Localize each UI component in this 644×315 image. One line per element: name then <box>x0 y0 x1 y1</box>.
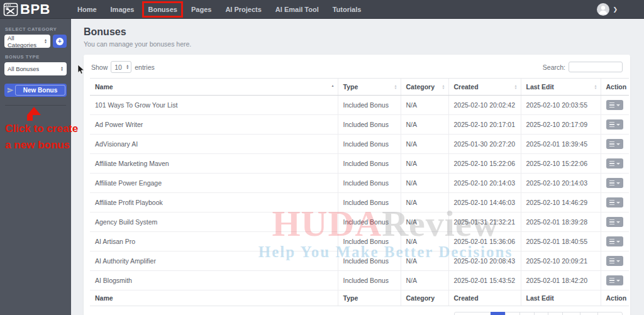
cell-last_edit: 2025-02-10 20:09:21 <box>521 251 601 271</box>
user-avatar[interactable] <box>597 3 609 16</box>
cell-type: Included Bonus <box>338 174 401 193</box>
cell-last_edit: 2025-02-10 20:17:09 <box>521 115 601 135</box>
nav-item-home[interactable]: Home <box>70 3 104 16</box>
row-action-menu-button[interactable] <box>606 139 623 149</box>
cell-category: N/A <box>401 213 448 232</box>
category-select[interactable]: All Categories ▲▼ <box>4 35 50 48</box>
top-navbar: BPB HomeImagesBonusesPagesAI ProjectsAI … <box>0 0 644 19</box>
nav-item-pages[interactable]: Pages <box>184 3 218 16</box>
cell-category: N/A <box>401 232 448 251</box>
menu-icon <box>609 102 614 108</box>
pagination-page-3[interactable]: 3 <box>519 312 535 315</box>
footer-header-last-edit: Last Edit <box>521 290 601 306</box>
table-header: Name▲▼Type▲▼Category▲▼Created▲▼Last Edit… <box>90 79 629 96</box>
show-label: Show <box>91 64 108 71</box>
cell-type: Included Bonus <box>338 96 401 115</box>
nav-item-tutorials[interactable]: Tutorials <box>326 3 369 16</box>
pagination-ellipsis[interactable]: … <box>562 312 580 315</box>
search-input[interactable] <box>569 62 623 72</box>
table-row: AI Authority AmplifierIncluded BonusN/A2… <box>90 251 629 271</box>
menu-icon <box>609 122 614 128</box>
cell-last_edit: 2025-02-01 18:40:55 <box>521 232 601 251</box>
nav-item-images[interactable]: Images <box>104 3 142 16</box>
cell-name: AI Blogsmith <box>90 271 338 290</box>
row-action-menu-button[interactable] <box>606 158 623 169</box>
cell-action <box>601 115 629 135</box>
footer-header-action: Action <box>601 290 629 306</box>
tutorial-annotation: Click to create a new bonus <box>4 107 67 153</box>
menu-icon <box>609 180 614 186</box>
paper-plane-icon <box>6 87 15 94</box>
cell-action <box>601 251 629 271</box>
cell-category: N/A <box>401 193 448 213</box>
menu-icon <box>609 239 614 245</box>
menu-icon <box>609 278 614 284</box>
bonus-type-select-value: All Bonuses <box>8 65 39 72</box>
row-action-menu-button[interactable] <box>606 178 623 188</box>
cell-action <box>601 135 629 154</box>
cell-action <box>601 193 629 213</box>
row-action-menu-button[interactable] <box>606 256 623 266</box>
row-action-menu-button[interactable] <box>606 236 623 246</box>
row-action-menu-button[interactable] <box>606 217 623 227</box>
annotation-text: Click to create a new bonus <box>5 121 67 153</box>
category-label: SELECT CATEGORY <box>5 26 67 32</box>
row-action-menu-button[interactable] <box>606 275 623 285</box>
bpb-logo-icon <box>3 3 18 16</box>
cell-created: 2025-02-10 20:17:01 <box>448 115 521 135</box>
cell-type: Included Bonus <box>338 154 401 174</box>
pagination-previous[interactable]: Previous <box>454 312 491 315</box>
row-action-menu-button[interactable] <box>606 100 623 110</box>
cell-name: Agency Build System <box>90 213 338 232</box>
cell-type: Included Bonus <box>338 135 401 154</box>
bonuses-card: Show 10 ▲▼ entries Search: <box>84 55 630 315</box>
sort-icon: ▲▼ <box>394 84 397 89</box>
cell-action <box>601 174 629 193</box>
pagination-page-1[interactable]: 1 <box>491 312 506 315</box>
pagination-page-2[interactable]: 2 <box>505 312 520 315</box>
brand[interactable]: BPB <box>0 3 70 16</box>
cell-name: 101 Ways To Grow Your List <box>90 96 338 115</box>
column-header-name[interactable]: Name▲▼ <box>90 79 338 96</box>
bonus-type-label: BONUS TYPE <box>5 54 67 60</box>
bonus-type-select[interactable]: All Bonuses ▲▼ <box>4 62 67 75</box>
search-label: Search: <box>543 64 565 71</box>
select-caret-icon: ▲▼ <box>60 67 64 71</box>
menu-icon <box>609 219 614 225</box>
page-size-select[interactable]: 10 ▲▼ <box>111 61 131 73</box>
pagination-page-5[interactable]: 5 <box>548 312 563 315</box>
column-header-action: Action <box>601 79 629 96</box>
column-header-last-edit[interactable]: Last Edit▲▼ <box>521 79 601 96</box>
entries-label: entries <box>135 64 155 71</box>
page-subtitle: You can manage your bonuses here. <box>84 40 630 48</box>
pagination-page-4[interactable]: 4 <box>534 312 549 315</box>
cell-created: 2025-02-01 15:43:52 <box>448 271 521 290</box>
chevron-right-icon[interactable]: ❯ <box>613 6 618 13</box>
main-nav: HomeImagesBonusesPagesAI ProjectsAI Emai… <box>70 0 368 18</box>
sort-icon: ▲▼ <box>514 84 518 89</box>
cell-name: Ad Power Writer <box>90 115 338 135</box>
cell-created: 2025-02-10 20:14:03 <box>448 174 521 193</box>
caret-down-icon <box>616 280 620 282</box>
column-header-type[interactable]: Type▲▼ <box>338 79 401 96</box>
menu-icon <box>609 161 614 167</box>
footer-header-category: Category <box>401 290 448 306</box>
nav-item-bonuses[interactable]: Bonuses <box>142 1 182 18</box>
cell-created: 2025-01-30 20:27:20 <box>448 135 521 154</box>
cell-category: N/A <box>401 251 448 271</box>
column-header-category[interactable]: Category▲▼ <box>401 79 448 96</box>
table-footer-header: NameTypeCategoryCreatedLast EditAction <box>90 290 629 306</box>
nav-item-ai-email-tool[interactable]: AI Email Tool <box>269 3 326 16</box>
pagination-page-12[interactable]: 12 <box>580 312 599 315</box>
add-category-button[interactable]: + <box>53 35 67 48</box>
cell-action <box>601 213 629 232</box>
pagination-next[interactable]: Next <box>597 312 623 315</box>
caret-down-icon <box>616 221 620 223</box>
cell-last_edit: 2025-02-01 18:39:45 <box>521 135 601 154</box>
row-action-menu-button[interactable] <box>606 197 623 207</box>
cell-category: N/A <box>401 115 448 135</box>
nav-item-ai-projects[interactable]: AI Projects <box>218 3 268 16</box>
column-header-created[interactable]: Created▲▼ <box>448 79 521 96</box>
row-action-menu-button[interactable] <box>606 119 623 130</box>
new-bonus-button[interactable]: New Bonus <box>15 85 65 96</box>
